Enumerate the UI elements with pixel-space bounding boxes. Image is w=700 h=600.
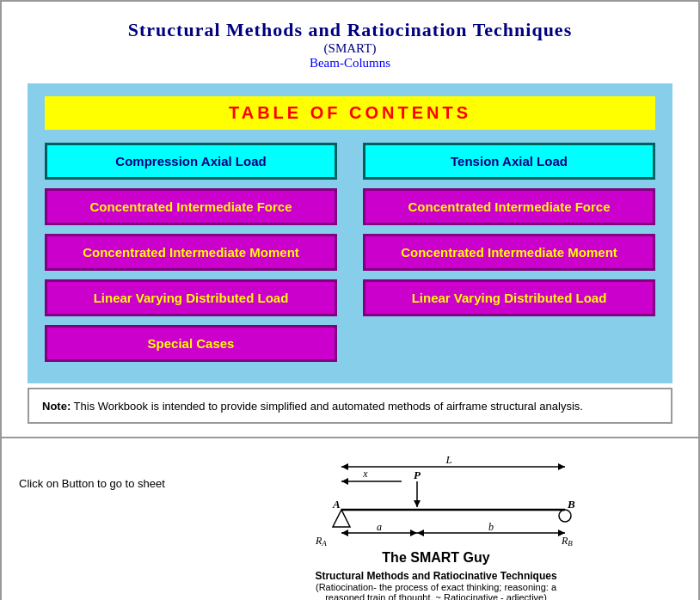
svg-text:b: b: [488, 521, 494, 533]
main-title: Structural Methods and Ratiocination Tec…: [28, 19, 672, 41]
diagram-area: L x P A B a: [191, 451, 681, 600]
note-text: Note: This Workbook is intended to provi…: [42, 400, 583, 413]
linear-varying-left-button[interactable]: Linear Varying Distributed Load: [45, 279, 337, 316]
smart-description: Structural Methods and Ratiocinative Tec…: [315, 570, 556, 582]
svg-text:RA: RA: [315, 535, 327, 546]
svg-marker-13: [333, 510, 350, 527]
toc-banner: TABLE OF CONTENTS: [45, 96, 655, 130]
svg-marker-5: [341, 478, 348, 485]
svg-marker-17: [410, 530, 417, 536]
svg-text:x: x: [362, 468, 368, 480]
svg-text:A: A: [332, 498, 341, 511]
tension-axial-load-button[interactable]: Tension Axial Load: [363, 143, 655, 180]
concentrated-moment-right-button[interactable]: Concentrated Intermediate Moment: [363, 234, 655, 271]
svg-text:RB: RB: [561, 535, 573, 546]
subtitle: (SMART): [28, 41, 672, 56]
svg-marker-2: [558, 463, 565, 470]
svg-marker-1: [341, 463, 348, 470]
bottom-section: Click on Button to go to sheet L x P A B: [0, 438, 700, 600]
concentrated-force-right-button[interactable]: Concentrated Intermediate Force: [363, 188, 655, 225]
note-label: Note:: [42, 400, 71, 413]
svg-text:a: a: [377, 521, 382, 533]
note-content: This Workbook is intended to provide sim…: [74, 400, 583, 413]
svg-text:B: B: [567, 498, 575, 511]
svg-marker-16: [341, 530, 348, 536]
linear-varying-right-button[interactable]: Linear Varying Distributed Load: [363, 279, 655, 316]
compression-axial-load-button[interactable]: Compression Axial Load: [45, 143, 337, 180]
concentrated-force-left-button[interactable]: Concentrated Intermediate Force: [45, 188, 337, 225]
special-cases-button[interactable]: Special Cases: [45, 325, 337, 362]
smart-subdesc1: (Ratiocination- the process of exact thi…: [316, 582, 556, 592]
note-area: Note: This Workbook is intended to provi…: [28, 388, 672, 424]
concentrated-moment-left-button[interactable]: Concentrated Intermediate Moment: [45, 234, 337, 271]
svg-point-14: [559, 510, 571, 522]
svg-marker-20: [417, 530, 424, 536]
click-instruction: Click on Button to go to sheet: [19, 477, 174, 490]
smart-subdesc2: reasoned train of thought. ~ Ratiocinati…: [325, 592, 547, 600]
smart-guy-label: The SMART Guy: [382, 550, 489, 566]
svg-text:L: L: [445, 453, 451, 466]
beam-diagram: L x P A B a: [290, 451, 582, 546]
beam-columns: Beam-Columns: [28, 56, 672, 70]
buttons-grid: Compression Axial Load Tension Axial Loa…: [45, 143, 655, 362]
svg-text:P: P: [414, 468, 421, 481]
toc-title: TABLE OF CONTENTS: [229, 103, 471, 122]
svg-marker-9: [414, 500, 421, 507]
